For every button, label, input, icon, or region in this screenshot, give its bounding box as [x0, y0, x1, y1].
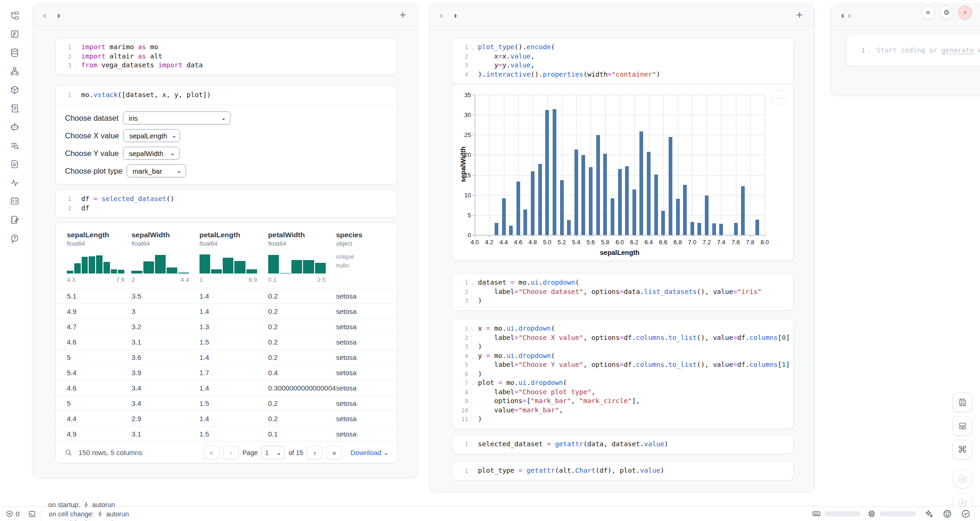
search-icon[interactable]	[64, 448, 73, 457]
add-cell-button[interactable]: +	[397, 9, 409, 21]
vstack-output: Choose dataset iris⌄ Choose X value sepa…	[56, 104, 397, 184]
prev-page-button[interactable]: ‹	[223, 446, 239, 459]
column-back-button[interactable]: ‹	[41, 11, 48, 20]
error-count-button[interactable]: 0	[6, 510, 22, 518]
save-icon[interactable]	[953, 392, 972, 412]
download-button[interactable]: Download⌄	[350, 449, 388, 456]
add-cell-button[interactable]: +	[793, 9, 806, 21]
table-row[interactable]: 53.61.40.2setosa	[56, 350, 397, 365]
chart-actions-button[interactable]: ⋯	[771, 90, 787, 105]
plot-type-code-cell[interactable]: 1plot_type = getattr(alt.Chart(df), plot…	[452, 461, 794, 481]
generate-with-ai-link[interactable]: generate	[941, 46, 974, 54]
dataset-dropdown-label: Choose dataset	[65, 114, 119, 123]
dataset-dropdown-code-cell[interactable]: 1⌄dataset = mo.ui.dropdown(2 label="Choo…	[452, 273, 794, 311]
table-row[interactable]: 4.63.11.50.2setosa	[56, 334, 397, 350]
x-dropdown-label: Choose X value	[65, 131, 119, 140]
table-column-header[interactable]: petalLengthfloat6416.9	[200, 230, 268, 283]
column-back-button[interactable]: ‹	[839, 11, 846, 20]
column-forward-button[interactable]: ›	[55, 11, 62, 20]
page-select[interactable]: 1⌄	[261, 446, 285, 459]
code-line: dataset = mo.ui.dropdown(	[471, 278, 579, 287]
first-page-button[interactable]: «	[204, 446, 219, 459]
plot-type-select[interactable]: mark_bar⌄	[127, 164, 186, 177]
document-icon[interactable]	[8, 158, 20, 170]
column-forward-button[interactable]: ›	[846, 11, 852, 20]
fold-toggle-icon[interactable]: ⌄	[471, 279, 474, 288]
terminal-icon[interactable]	[28, 510, 36, 518]
chat-bot-icon[interactable]	[8, 121, 20, 133]
scratchpad-icon[interactable]	[8, 214, 20, 226]
snippets-icon[interactable]	[8, 195, 20, 207]
table-cell: 0.4	[268, 369, 336, 377]
imports-code-cell[interactable]: 1import marimo as mo2import altair as al…	[55, 38, 397, 75]
fold-toggle-icon[interactable]: ⌄	[471, 325, 474, 334]
xy-plot-dropdowns-code-cell[interactable]: 1⌄x = mo.ui.dropdown(2 label="Choose X v…	[452, 319, 794, 429]
kernel-status-check-icon[interactable]	[960, 508, 972, 520]
x-value-select[interactable]: sepalLength⌄	[123, 129, 180, 142]
file-tree-icon[interactable]	[8, 9, 20, 21]
database-icon[interactable]	[8, 46, 20, 59]
next-page-button[interactable]: ›	[307, 446, 322, 459]
selected-dataset-code-cell[interactable]: 1selected_dataset = getattr(data, datase…	[452, 435, 794, 454]
table-row[interactable]: 4.73.21.30.2setosa	[56, 319, 397, 334]
assistant-robot-icon[interactable]	[941, 508, 953, 520]
fold-toggle-icon[interactable]: ⌄	[471, 43, 474, 52]
table-cell: 1.7	[200, 369, 268, 377]
df-code-cell[interactable]: 1df = selected_dataset()2df	[55, 189, 397, 218]
plot-encode-code-cell[interactable]: 1⌄plot_type().encode(2 x=x.value,3 y=y.v…	[452, 38, 794, 84]
stop-icon[interactable]	[953, 469, 972, 488]
table-row[interactable]: 5.13.51.40.2setosa	[56, 288, 397, 304]
runtime-config-item[interactable]: on module change:autorun⌄	[41, 519, 156, 521]
code-line: selected_dataset = getattr(data, dataset…	[471, 440, 668, 449]
function-icon[interactable]	[8, 28, 20, 40]
line-number: 11	[452, 415, 471, 424]
table-column-header[interactable]: petalWidthfloat640.12.5	[268, 230, 336, 283]
table-cell: 4.9	[67, 430, 131, 438]
tracing-icon[interactable]	[8, 176, 20, 189]
runtime-config-item[interactable]: on cell change:autorun	[41, 509, 156, 519]
table-row[interactable]: 5.43.91.70.4setosa	[56, 365, 397, 380]
table-column-header[interactable]: speciesobjectuniquenulls:	[336, 230, 397, 283]
empty-code-cell[interactable]: 1 Start coding or generate with	[846, 34, 980, 66]
dependency-graph-icon[interactable]	[8, 65, 20, 77]
fold-toggle-icon[interactable]: ⌄	[471, 379, 474, 388]
table-cell: 3.1	[131, 338, 199, 346]
cpu-icon	[867, 509, 876, 518]
code-line: df	[75, 204, 89, 213]
table-row[interactable]: 4.93.11.50.1setosa	[56, 426, 397, 442]
fold-toggle-icon[interactable]: ⌄	[471, 352, 474, 361]
table-row[interactable]: 4.63.41.40.3000000000000004setosa	[56, 380, 397, 396]
last-page-button[interactable]: »	[326, 446, 342, 459]
status-bar-right	[812, 508, 980, 520]
command-palette-icon[interactable]: ⌘	[953, 440, 972, 459]
code-line: import altair as alt	[75, 52, 162, 61]
icon-sidebar	[0, 0, 29, 506]
script-icon[interactable]	[8, 102, 20, 114]
dataset-select[interactable]: iris⌄	[123, 111, 231, 124]
table-row[interactable]: 4.931.40.2setosa	[56, 304, 397, 319]
gear-icon[interactable]: ⚙	[940, 6, 954, 20]
help-icon[interactable]	[8, 232, 20, 244]
menu-icon[interactable]	[921, 6, 935, 20]
runtime-config-item[interactable]: on startup:autorun	[41, 500, 156, 509]
vstack-code[interactable]: 1mo.vstack([dataset, x, y, plot])	[56, 86, 397, 104]
chart-bar	[611, 198, 614, 235]
table-row[interactable]: 53.41.50.2setosa	[56, 396, 397, 411]
column-forward-button[interactable]: ›	[452, 11, 458, 20]
table-cell: setosa	[336, 338, 397, 346]
logs-search-icon[interactable]	[8, 139, 20, 151]
chart-bar	[523, 209, 527, 235]
table-column-header[interactable]: sepalWidthfloat6424.4	[131, 230, 199, 283]
table-column-header[interactable]: sepalLengthfloat644.37.9	[67, 230, 131, 283]
y-value-select[interactable]: sepalWidth⌄	[123, 147, 180, 160]
y-axis-title: sepalWidth	[459, 143, 467, 185]
layout-icon[interactable]	[953, 416, 972, 436]
chart-bar	[603, 154, 607, 235]
sparkles-icon[interactable]	[922, 508, 935, 520]
column-back-button[interactable]: ‹	[438, 11, 445, 20]
line-number: 3	[452, 296, 471, 306]
package-icon[interactable]	[8, 84, 20, 96]
table-cell: 1.4	[200, 307, 268, 315]
table-row[interactable]: 4.42.91.40.2setosa	[56, 411, 397, 426]
close-icon[interactable]	[958, 6, 972, 20]
